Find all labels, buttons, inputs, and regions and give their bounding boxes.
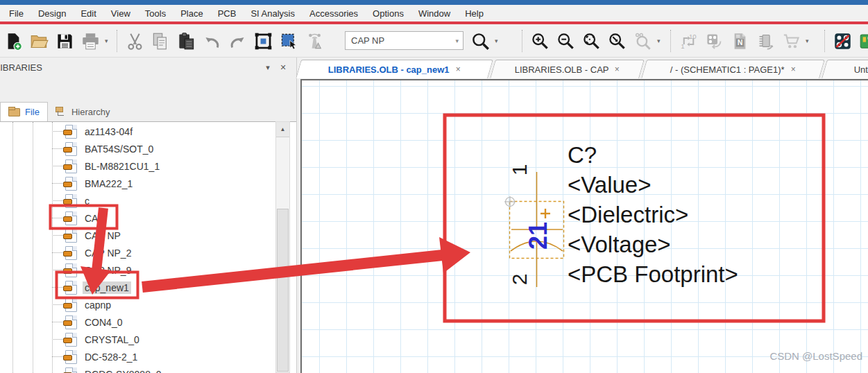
tab-libraries-olb-cap[interactable]: LIBRARIES.OLB - CAP × <box>490 60 645 78</box>
tree-item-con4[interactable]: CON4_0 <box>0 313 280 331</box>
tree-rows: az1143-04f BAT54S/SOT_0 BL-M8821CU1_1 BM… <box>0 123 280 373</box>
part-icon <box>65 281 77 295</box>
combobox-dropdown-arrow[interactable]: ▾ <box>455 37 459 44</box>
gate-swap-button[interactable] <box>754 28 776 53</box>
tab-untitled[interactable]: Unti <box>822 60 868 78</box>
menu-item-accessories[interactable]: Accessories <box>309 8 358 19</box>
tree-item-cap-np-9[interactable]: CAP NP_9 <box>0 261 280 279</box>
part-icon <box>65 194 77 208</box>
menu-item-edit[interactable]: Edit <box>80 8 96 19</box>
search-dropdown-arrow[interactable]: ▾ <box>495 37 500 44</box>
menu-item-file[interactable]: File <box>9 8 24 19</box>
search-button[interactable] <box>469 28 491 53</box>
tree-item-cap-np-2[interactable]: CAP NP_2 <box>0 244 280 261</box>
part-icon <box>65 315 77 329</box>
footprint-property-label[interactable]: <PCB Footprint> <box>568 263 738 286</box>
menu-item-pcb[interactable]: PCB <box>218 8 237 19</box>
rotated-number-label: 21 <box>526 215 551 257</box>
zoom-fit-button[interactable] <box>606 28 628 53</box>
panel-collapse-icon[interactable]: ▾ <box>260 63 275 72</box>
document-tab-bar: LIBRARIES.OLB - cap_new1 × LIBRARIES.OLB… <box>297 58 868 79</box>
renumber-icon: 110 <box>679 32 698 51</box>
menu-item-view[interactable]: View <box>111 8 130 19</box>
tab-schematic1-page1[interactable]: / - (SCHEMATIC1 : PAGE1)* × <box>641 60 825 78</box>
panel-header: LIBRARIES ▾ ✕ <box>0 58 296 77</box>
tab-close-icon[interactable]: × <box>456 64 461 74</box>
zoom-link-button[interactable] <box>631 28 654 53</box>
panel-tab-hierarchy[interactable]: Hierarchy <box>48 102 118 121</box>
new-file-icon <box>4 32 23 51</box>
pcb-board-icon <box>859 32 868 51</box>
paste-button[interactable] <box>175 28 197 53</box>
save-icon <box>56 32 74 51</box>
tree-item-crystal[interactable]: CRYSTAL_0 <box>0 331 280 348</box>
tree-item-bat54s[interactable]: BAT54S/SOT_0 <box>0 140 280 157</box>
tree-scrollbar[interactable]: ▲ <box>275 121 290 373</box>
tree-item-cap-np[interactable]: CAP NP <box>0 227 280 244</box>
dielectric-property-label[interactable]: <Dielectric> <box>568 203 688 227</box>
scrollbar-up-arrow[interactable]: ▲ <box>276 122 289 137</box>
tab-close-icon[interactable]: × <box>791 64 796 74</box>
scrollbar-thumb[interactable] <box>277 209 289 372</box>
tree-item-dcdc-sy8088[interactable]: DCDC-SY8088_0 <box>0 365 280 373</box>
panel-close-icon[interactable]: ✕ <box>275 63 291 72</box>
libraries-panel: LIBRARIES ▾ ✕ File Hierarchy az1143-04f … <box>0 58 297 373</box>
pcb-board-button[interactable] <box>857 28 868 53</box>
reference-designator-label[interactable]: C? <box>568 144 597 167</box>
zoom-in-icon <box>531 32 550 51</box>
part-broadcast-button[interactable]: ! <box>303 28 325 53</box>
menu-item-place[interactable]: Place <box>180 8 203 19</box>
value-property-label[interactable]: <Value> <box>568 173 652 197</box>
select-button[interactable] <box>278 28 300 53</box>
tree-item-cap[interactable]: CAP <box>0 209 280 227</box>
zoom-out-button[interactable] <box>554 28 577 53</box>
tree-item-az1143-04f[interactable]: az1143-04f <box>0 123 280 140</box>
print-button[interactable] <box>79 28 101 53</box>
redo-button[interactable] <box>226 28 248 53</box>
menu-item-tools[interactable]: Tools <box>145 8 166 19</box>
tab-libraries-olb-cap-new1[interactable]: LIBRARIES.OLB - cap_new1 × <box>296 60 493 78</box>
panel-tab-file[interactable]: File <box>0 102 48 121</box>
copy-button[interactable] <box>149 28 171 53</box>
menu-item-design[interactable]: Design <box>38 8 66 19</box>
undo-button[interactable] <box>201 28 223 53</box>
renumber-button[interactable]: 110 <box>677 28 699 53</box>
zoom-region-button[interactable] <box>580 28 602 53</box>
cut-button[interactable] <box>124 28 146 53</box>
tree-item-c[interactable]: c <box>0 192 280 209</box>
footprint-assign-button[interactable] <box>703 28 725 53</box>
hierarchy-icon <box>56 107 67 116</box>
gate-swap-icon <box>756 32 775 51</box>
bom-notes-button[interactable]: N <box>729 28 751 53</box>
menu-item-window[interactable]: Window <box>418 8 450 19</box>
zoom-area-button[interactable] <box>252 28 274 53</box>
pin2-number: 2 <box>510 269 529 290</box>
new-file-button[interactable] <box>2 28 24 53</box>
part-icon <box>65 333 77 347</box>
save-button[interactable] <box>53 28 76 53</box>
tree-item-dc-528[interactable]: DC-528-2_1 <box>0 348 280 365</box>
toolbar: ▾ ! CAP NP ▾ ▾ ▾ <box>0 24 868 58</box>
menu-item-options[interactable]: Options <box>373 8 404 19</box>
zoom-link-dropdown-arrow[interactable]: ▾ <box>657 37 663 44</box>
zoom-in-button[interactable] <box>529 28 551 53</box>
tree-item-bl-m8821cu1[interactable]: BL-M8821CU1_1 <box>0 157 280 175</box>
part-icon <box>65 263 77 277</box>
tab-label: Unti <box>854 64 868 75</box>
order-cart-button[interactable] <box>780 28 802 53</box>
tree-item-capnp[interactable]: capnp <box>0 296 280 313</box>
toolbar-separator <box>670 30 671 52</box>
zoom-out-icon <box>556 32 575 51</box>
part-icon <box>65 125 77 139</box>
cart-dropdown-arrow[interactable]: ▾ <box>806 37 811 44</box>
tree-item-cap-new1[interactable]: cap_new1 <box>0 279 280 296</box>
drc-check-button[interactable] <box>831 28 853 53</box>
print-dropdown-arrow[interactable]: ▾ <box>105 37 110 44</box>
menu-item-help[interactable]: Help <box>465 8 484 19</box>
tab-close-icon[interactable]: × <box>615 64 620 74</box>
open-button[interactable] <box>28 28 50 53</box>
tree-item-bma222[interactable]: BMA222_1 <box>0 175 280 192</box>
menu-item-si-analysis[interactable]: SI Analysis <box>250 8 295 19</box>
part-search-combobox[interactable]: CAP NP ▾ <box>345 31 463 50</box>
voltage-property-label[interactable]: <Voltage> <box>568 233 671 257</box>
